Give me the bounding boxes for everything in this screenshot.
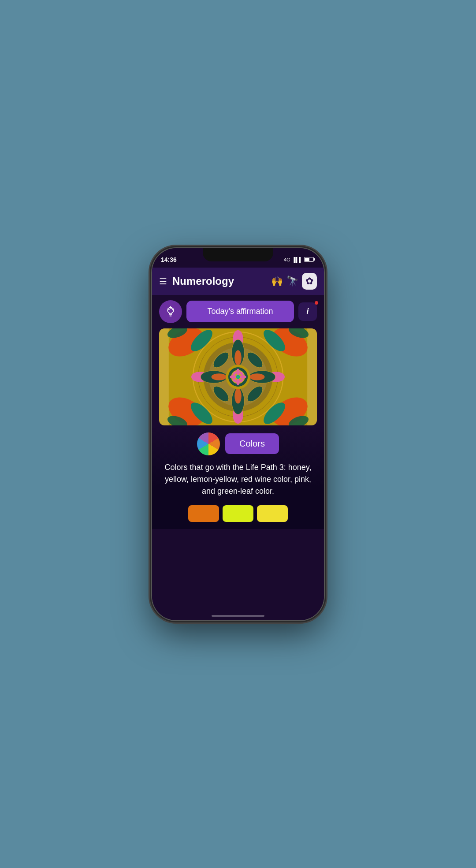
scrollable-content[interactable]: ☰ Numerology 🙌 🔭 ✿ xyxy=(152,268,324,620)
info-label: i xyxy=(306,307,309,316)
brain-bulb-icon xyxy=(164,305,177,318)
signal-bars: ▐▌▌ xyxy=(292,257,302,262)
svg-point-53 xyxy=(194,375,197,379)
svg-point-34 xyxy=(249,373,265,380)
svg-point-52 xyxy=(236,417,240,421)
battery-body xyxy=(304,257,314,262)
color-wheel-icon xyxy=(197,432,220,455)
battery-fill xyxy=(305,258,309,261)
colors-section: Colors Colors that go with the Life Path… xyxy=(152,425,324,529)
svg-point-31 xyxy=(234,350,242,365)
mandala-image xyxy=(159,328,317,425)
app-content: ☰ Numerology 🙌 🔭 ✿ xyxy=(152,268,324,620)
mandala-svg xyxy=(159,328,317,425)
info-button[interactable]: i xyxy=(298,302,317,321)
notification-dot xyxy=(315,301,318,305)
hands-icon[interactable]: 🙌 xyxy=(271,276,283,287)
svg-point-40 xyxy=(230,375,237,379)
app-title: Numerology xyxy=(172,275,266,287)
status-icons: 4G ▐▌▌ xyxy=(284,257,315,262)
svg-point-54 xyxy=(279,375,282,379)
color-swatches xyxy=(188,505,288,522)
svg-point-0 xyxy=(167,307,174,313)
header-icons: 🙌 🔭 ✿ xyxy=(271,273,317,290)
svg-point-3 xyxy=(170,306,171,307)
svg-point-41 xyxy=(239,375,246,379)
colors-row: Colors xyxy=(197,432,279,455)
swatch-orange xyxy=(188,505,219,522)
phone-frame: 14:36 4G ▐▌▌ ☰ Numerology 🙌 🔭 ✿ xyxy=(152,248,324,620)
home-indicator xyxy=(212,615,264,617)
hamburger-icon[interactable]: ☰ xyxy=(159,276,167,287)
svg-point-32 xyxy=(234,388,242,403)
colors-button[interactable]: Colors xyxy=(225,433,279,454)
swatch-yellow xyxy=(257,505,288,522)
lotus-icon[interactable]: ✿ xyxy=(302,273,317,290)
affirmation-button[interactable]: Today's affirmation xyxy=(186,301,294,322)
telescope-icon[interactable]: 🔭 xyxy=(286,276,298,287)
svg-point-51 xyxy=(236,333,240,336)
battery-tip xyxy=(314,258,315,261)
colors-description: Colors that go with the Life Path 3: hon… xyxy=(159,462,317,497)
battery-icon xyxy=(304,257,315,262)
status-time: 14:36 xyxy=(161,256,177,263)
svg-point-39 xyxy=(236,378,240,385)
svg-point-46 xyxy=(236,375,240,379)
swatch-lemon xyxy=(223,505,253,522)
svg-point-38 xyxy=(236,369,240,376)
network-icon: 4G xyxy=(284,257,290,262)
notch xyxy=(203,248,273,261)
app-header: ☰ Numerology 🙌 🔭 ✿ xyxy=(152,268,324,295)
svg-point-33 xyxy=(212,373,227,380)
affirmation-row: Today's affirmation i xyxy=(152,295,324,328)
brain-circle xyxy=(159,300,182,323)
